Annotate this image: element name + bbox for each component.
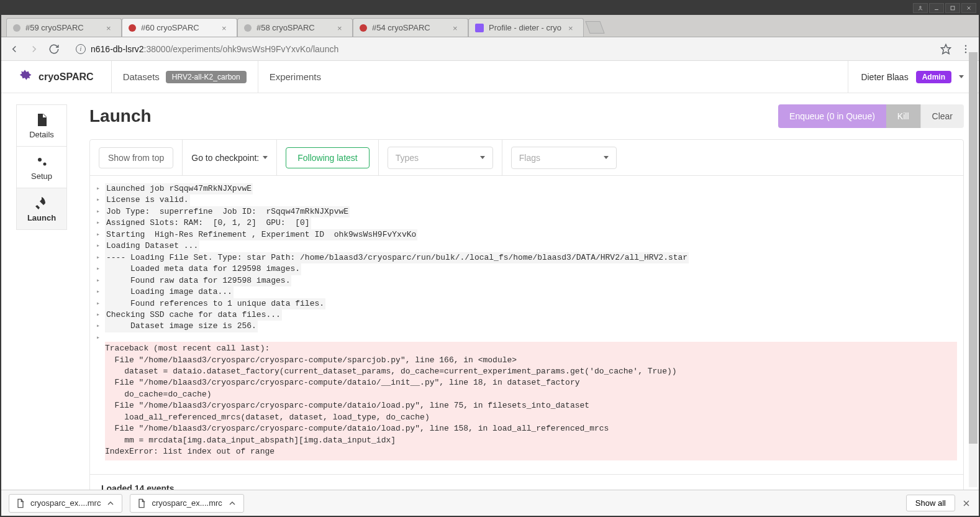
expand-caret-icon[interactable]: ▸ xyxy=(96,300,105,308)
sidebar-launch[interactable]: Launch xyxy=(16,188,67,230)
close-tab-icon[interactable]: × xyxy=(337,24,346,32)
sidebar-details[interactable]: Details xyxy=(16,104,67,147)
tab-favicon xyxy=(129,24,136,32)
log-line: ▸ Dataset image size is 256. xyxy=(96,321,957,332)
url-host: n616-db-lsrv2 xyxy=(91,44,144,54)
tab-favicon xyxy=(244,24,252,32)
tab-title: Profile - dieter - cryo xyxy=(489,23,565,32)
tab-title: #59 cryoSPARC xyxy=(25,23,102,32)
show-from-top-button[interactable]: Show from top xyxy=(99,147,173,168)
expand-caret-icon[interactable]: ▸ xyxy=(96,288,105,296)
nav-datasets[interactable]: Datasets HRV2-all-K2_carbon xyxy=(111,61,258,93)
address-bar[interactable]: i n616-db-lsrv2:38000/experiments/ohk9ws… xyxy=(68,40,932,58)
traceback-line: load_all_referenced_mrcs(dataset, datase… xyxy=(105,412,955,423)
expand-caret-icon[interactable]: ▸ xyxy=(96,311,105,319)
browser-tab[interactable]: Profile - dieter - cryo× xyxy=(468,18,584,37)
browser-tab[interactable]: #60 cryoSPARC× xyxy=(122,18,237,37)
traceback-line: mm = mrcdata[img.data_input_abspath][img… xyxy=(105,435,955,446)
vertical-scrollbar[interactable] xyxy=(969,52,978,487)
nav-datasets-label: Datasets xyxy=(123,71,160,82)
close-tab-icon[interactable]: × xyxy=(453,24,461,32)
log-line: ▸Job Type: superrefine Job ID: rSqqw47mR… xyxy=(96,206,957,217)
log-text: Loading Dataset ... xyxy=(105,240,199,252)
bookmark-star-icon[interactable] xyxy=(940,43,951,55)
svg-point-8 xyxy=(965,52,966,53)
browser-tab[interactable]: #59 cryoSPARC× xyxy=(6,18,122,37)
brand-text: cryoSPARC xyxy=(39,71,94,83)
nav-experiments[interactable]: Experiments xyxy=(258,61,332,93)
expand-caret-icon[interactable]: ▸ xyxy=(96,265,105,273)
expand-caret-icon[interactable]: ▸ xyxy=(96,322,105,331)
clear-button[interactable]: Clear xyxy=(920,104,964,128)
expand-caret-icon[interactable]: ▸ xyxy=(96,231,105,239)
log-line: ▸Loading Dataset ... xyxy=(96,240,957,252)
download-item-1[interactable]: cryosparc_ex....mrc xyxy=(9,494,122,513)
log-line: ▸---- Loading File Set. Type: star Path:… xyxy=(96,252,957,263)
user-name: Dieter Blaas xyxy=(861,72,908,82)
log-line: ▸ Loading image data... xyxy=(96,286,957,298)
log-line: ▸Assigned Slots: RAM: [0, 1, 2] GPU: [0] xyxy=(96,217,957,229)
site-info-icon[interactable]: i xyxy=(76,44,86,54)
enqueue-button[interactable]: Enqueue (0 in Queue) xyxy=(778,104,886,128)
chevron-up-icon[interactable] xyxy=(106,498,116,508)
svg-point-0 xyxy=(920,6,922,8)
header-user-area[interactable]: Dieter Blaas Admin xyxy=(848,61,964,93)
kill-button[interactable]: Kill xyxy=(886,104,920,128)
types-select[interactable]: Types xyxy=(388,147,493,169)
rocket-icon xyxy=(34,196,49,211)
log-body: ▸Launched job rSqqw47mRkNJXpvwE▸License … xyxy=(90,176,963,468)
download-item-2[interactable]: cryosparc_ex....mrc xyxy=(130,494,243,513)
flags-select[interactable]: Flags xyxy=(511,147,617,169)
app-header: cryoSPARC Datasets HRV2-all-K2_carbon Ex… xyxy=(1,61,979,93)
chevron-down-icon xyxy=(959,75,964,78)
log-text: Found raw data for 129598 images. xyxy=(105,275,291,286)
expand-caret-icon[interactable]: ▸ xyxy=(96,208,105,216)
close-tab-icon[interactable]: × xyxy=(106,24,115,32)
sidebar-launch-label: Launch xyxy=(27,213,56,222)
os-minimize-button[interactable] xyxy=(929,3,944,13)
expand-caret-icon[interactable]: ▸ xyxy=(96,196,105,204)
chevron-up-icon[interactable] xyxy=(227,498,237,508)
os-maximize-button[interactable] xyxy=(945,3,960,13)
chevron-down-icon xyxy=(263,156,268,159)
close-shelf-icon[interactable] xyxy=(961,498,971,508)
log-line: ▸ Found raw data for 129598 images. xyxy=(96,275,957,286)
expand-caret-icon[interactable]: ▸ xyxy=(96,219,105,227)
traceback-line: dataset = dataio.dataset_factory(current… xyxy=(105,366,955,377)
forward-button[interactable] xyxy=(29,43,40,55)
close-tab-icon[interactable]: × xyxy=(568,24,577,32)
show-all-downloads-button[interactable]: Show all xyxy=(906,495,955,511)
log-text: Loading image data... xyxy=(105,286,234,298)
log-toolbar: Show from top Go to checkpoint: Followin… xyxy=(90,140,963,176)
app-logo[interactable]: cryoSPARC xyxy=(16,68,111,86)
browser-toolbar: i n616-db-lsrv2:38000/experiments/ohk9ws… xyxy=(1,37,979,61)
svg-point-6 xyxy=(965,45,966,46)
os-close-button[interactable] xyxy=(961,3,976,13)
new-tab-button[interactable] xyxy=(585,21,604,34)
back-button[interactable] xyxy=(9,43,20,55)
sidebar-setup[interactable]: Setup xyxy=(16,146,67,188)
expand-caret-icon[interactable]: ▸ xyxy=(96,334,105,342)
os-user-icon[interactable] xyxy=(913,3,928,13)
download-filename: cryosparc_ex....mrc xyxy=(152,498,222,508)
goto-checkpoint-dropdown[interactable]: Go to checkpoint: xyxy=(191,153,268,163)
reload-button[interactable] xyxy=(48,43,60,55)
close-tab-icon[interactable]: × xyxy=(222,24,230,32)
expand-caret-icon[interactable]: ▸ xyxy=(96,254,105,262)
expand-caret-icon[interactable]: ▸ xyxy=(96,242,105,250)
svg-point-9 xyxy=(38,158,42,162)
svg-point-10 xyxy=(43,162,47,165)
browser-tab[interactable]: #54 cryoSPARC× xyxy=(353,18,468,37)
expand-caret-icon[interactable]: ▸ xyxy=(96,277,105,285)
traceback-line: File "/home/blaasd3/cryosparc/cryosparc-… xyxy=(105,400,955,411)
log-line: ▸ Loaded meta data for 129598 images. xyxy=(96,263,957,275)
app-content: cryoSPARC Datasets HRV2-all-K2_carbon Ex… xyxy=(1,61,979,490)
following-latest-button[interactable]: Following latest xyxy=(286,147,370,168)
traceback-line: File "/home/blaasd3/cryosparc/cryosparc-… xyxy=(105,377,955,388)
scrollbar-thumb[interactable] xyxy=(969,52,978,444)
chevron-down-icon xyxy=(604,156,609,159)
dataset-badge: HRV2-all-K2_carbon xyxy=(166,71,247,83)
browser-tab[interactable]: #58 cryoSPARC× xyxy=(237,18,353,37)
log-footer: Loaded 14 events xyxy=(90,474,963,490)
expand-caret-icon[interactable]: ▸ xyxy=(96,185,105,193)
